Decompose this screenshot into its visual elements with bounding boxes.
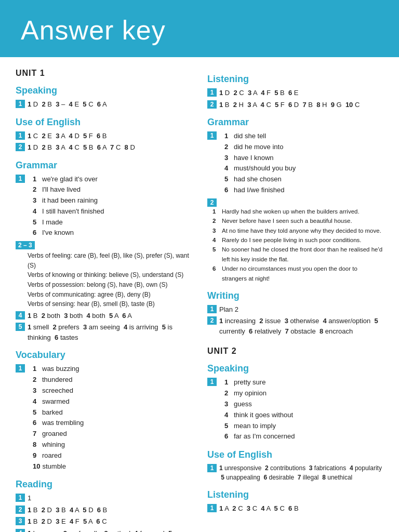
exercise-row: 2 1 B 2 H 3 A 4 C 5 F 6 D 7 B 8 H 9 G 10…	[207, 100, 383, 110]
page-title: Answer key	[21, 15, 378, 46]
exercise-number: 1	[16, 131, 25, 140]
exercise-answer: Plan 2	[219, 304, 383, 315]
exercise-number: 4	[16, 311, 25, 320]
answer-list: 1Hardly had she woken up when the builde…	[212, 207, 383, 283]
right-column: Listening 1 1 D 2 C 3 A 4 F 5 B 6 E 2 1 …	[207, 66, 383, 532]
unit1-title: UNIT 1	[16, 69, 192, 78]
exercise-number: 1	[207, 504, 217, 512]
exercise-row: 1 1we're glad it's over 2I'll have lived…	[16, 174, 192, 239]
answer-list: 1we're glad it's over 2I'll have lived 3…	[33, 174, 104, 239]
exercise-row: 1 1 unresponsive 2 contributions 3 fabri…	[207, 463, 383, 482]
exercise-answer: 1 smell 2 prefers 3 am seeing 4 is arriv…	[28, 322, 192, 342]
exercise-row: 2 1 B 2 D 3 B 4 A 5 D 6 B	[16, 505, 192, 515]
section-writing: Writing	[207, 290, 383, 301]
exercise-answer: 1 D 2 B 3 – 4 E 5 C 6 A	[28, 99, 192, 110]
exercise-answer: 1 B 2 H 3 A 4 C 5 F 6 D 7 B 8 H 9 G 10 C	[219, 100, 383, 110]
exercise-row: 2 – 3	[16, 241, 192, 249]
unit2-title: UNIT 2	[207, 347, 383, 356]
exercise-number: 1	[16, 364, 25, 373]
exercise-row: 1 Plan 2	[207, 304, 383, 315]
exercise-answer: 1 D 2 C 3 A 4 F 5 B 6 E	[219, 88, 383, 98]
exercise-number: 1	[207, 88, 217, 97]
section-listening-right: Listening	[207, 74, 383, 85]
answer-list: 1was buzzing 2thundered 3screeched 4swar…	[33, 364, 84, 472]
exercise-row: 1 1 D 2 C 3 A 4 F 5 B 6 E	[207, 88, 383, 98]
exercise-row: 4 1 baggage 2 profoundly 3 enthral 4 for…	[16, 528, 192, 532]
exercise-number: 5	[16, 323, 25, 331]
exercise-answer: 1	[28, 493, 192, 503]
exercise-row: 1 1did she tell 2did he move into 3have …	[207, 131, 383, 196]
exercise-number: 2	[16, 506, 25, 514]
exercise-number: 1	[16, 100, 25, 108]
exercise-answer: 1 increasing 2 issue 3 otherwise 4 answe…	[219, 316, 383, 336]
exercise-row: 2 1Hardly had she woken up when the buil…	[207, 198, 383, 283]
exercise-number: 1	[16, 175, 25, 183]
exercise-row: 1 1pretty sure 2my opinion 3guess 4think…	[207, 377, 383, 442]
exercise-row: 4 1 B 2 both 3 both 4 both 5 A 6 A	[16, 311, 192, 321]
exercise-row: 2 1 D 2 B 3 A 4 C 5 B 6 A 7 C 8 D	[16, 142, 192, 153]
section-listening-unit2: Listening	[207, 489, 383, 500]
exercise-number: 2	[16, 143, 25, 151]
section-speaking-right: Speaking	[207, 363, 383, 374]
answer-list: 1pretty sure 2my opinion 3guess 4think i…	[224, 377, 295, 442]
exercise-number: 1	[207, 131, 217, 140]
exercise-number: 2	[207, 316, 217, 325]
exercise-row: 1 1	[16, 493, 192, 503]
page-header: Answer key	[0, 0, 399, 57]
exercise-number: 1	[207, 378, 217, 386]
exercise-answer: 1 A 2 C 3 C 4 A 5 C 6 B	[219, 503, 383, 514]
exercise-row: 1 1 D 2 B 3 – 4 E 5 C 6 A	[16, 99, 192, 110]
exercise-answer: 1 B 2 both 3 both 4 both 5 A 6 A	[28, 311, 192, 321]
exercise-number: 1	[207, 305, 217, 313]
exercise-row: 2 1 increasing 2 issue 3 otherwise 4 ans…	[207, 316, 383, 336]
left-column: UNIT 1 Speaking 1 1 D 2 B 3 – 4 E 5 C 6 …	[16, 66, 192, 532]
exercise-row: 1 1was buzzing 2thundered 3screeched 4sw…	[16, 364, 192, 472]
section-grammar-right: Grammar	[207, 117, 383, 128]
exercise-answer: 1 unresponsive 2 contributions 3 fabrica…	[219, 463, 383, 482]
exercise-row: 1 1 C 2 E 3 A 4 D 5 F 6 B	[16, 131, 192, 141]
exercise-answer: 1 baggage 2 profoundly 3 enthral 4 for g…	[28, 528, 192, 532]
exercise-number: 4	[16, 529, 25, 532]
exercise-number-range: 2 – 3	[16, 241, 35, 249]
exercise-row: 1 1 A 2 C 3 C 4 A 5 C 6 B	[207, 503, 383, 514]
exercise-answer: 1 B 2 D 3 E 4 F 5 A 6 C	[28, 516, 192, 527]
exercise-number: 1	[16, 494, 25, 502]
exercise-row: 3 1 B 2 D 3 E 4 F 5 A 6 C	[16, 516, 192, 527]
exercise-number: 3	[16, 517, 25, 525]
exercise-answer: 1 D 2 B 3 A 4 C 5 B 6 A 7 C 8 D	[28, 142, 192, 153]
section-use-of-english-left: Use of English	[16, 117, 192, 128]
exercise-number: 2	[207, 100, 217, 109]
exercise-answer: 1 C 2 E 3 A 4 D 5 F 6 B	[28, 131, 192, 141]
section-vocabulary: Vocabulary	[16, 350, 192, 361]
section-grammar-left: Grammar	[16, 160, 192, 171]
answer-list: 1did she tell 2did he move into 3have I …	[224, 131, 296, 196]
section-speaking-left: Speaking	[16, 85, 192, 96]
exercise-answer: 1 B 2 D 3 B 4 A 5 D 6 B	[28, 505, 192, 515]
exercise-number: 1	[207, 464, 217, 472]
section-reading: Reading	[16, 479, 192, 490]
section-use-of-english-right: Use of English	[207, 449, 383, 460]
verbs-block: Verbs of feeling: care (B), feel (B), li…	[28, 251, 192, 309]
exercise-row: 5 1 smell 2 prefers 3 am seeing 4 is arr…	[16, 322, 192, 342]
exercise-number: 2	[207, 198, 217, 207]
